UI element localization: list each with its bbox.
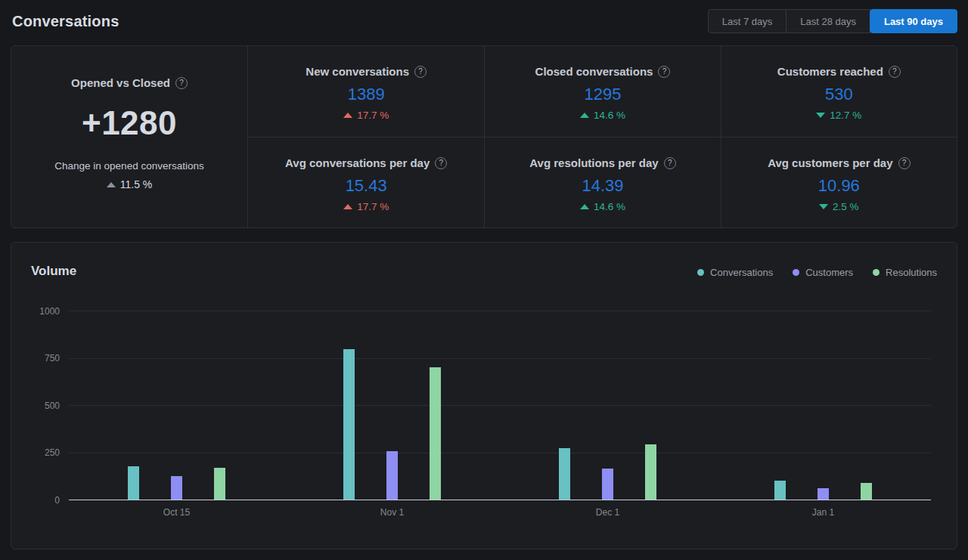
card-label: Avg conversations per day bbox=[285, 156, 430, 169]
legend-dot-icon bbox=[697, 269, 704, 276]
legend-dot-icon bbox=[873, 269, 880, 276]
help-icon[interactable]: ? bbox=[435, 157, 447, 169]
delta-down-icon bbox=[819, 204, 828, 209]
bar-group-nov-1: Nov 1 bbox=[284, 311, 500, 500]
bar-conversations-dec-1[interactable] bbox=[559, 448, 570, 501]
card-label: Avg customers per day bbox=[768, 156, 892, 169]
delta-up-icon bbox=[343, 113, 352, 118]
stat-card-avg-resolutions-per-day: Avg resolutions per day ? 14.39 14.6 % bbox=[484, 137, 720, 227]
legend-item-resolutions[interactable]: Resolutions bbox=[873, 267, 937, 278]
page-header: Conversations Last 7 days Last 28 days L… bbox=[0, 0, 968, 35]
help-icon[interactable]: ? bbox=[664, 157, 676, 169]
bar-customers-oct-15[interactable] bbox=[171, 476, 182, 500]
bar-group-oct-15: Oct 15 bbox=[69, 311, 284, 500]
bar-chart: 02505007501000Oct 15Nov 1Dec 1Jan 1 bbox=[69, 311, 931, 500]
stat-delta: 12.7 % bbox=[816, 110, 861, 121]
bar-resolutions-dec-1[interactable] bbox=[645, 444, 656, 501]
stat-delta: 17.7 % bbox=[343, 110, 389, 121]
stat-delta: 17.7 % bbox=[343, 201, 389, 212]
y-tick-label: 1000 bbox=[39, 306, 60, 317]
stat-card-closed-conversations: Closed conversations ? 1295 14.6 % bbox=[484, 46, 720, 137]
delta-up-icon bbox=[580, 204, 589, 209]
chart-legend: ConversationsCustomersResolutions bbox=[697, 267, 937, 279]
delta-up-icon bbox=[343, 204, 352, 209]
card-label: New conversations bbox=[306, 65, 409, 78]
y-tick-label: 500 bbox=[45, 401, 60, 411]
legend-label: Resolutions bbox=[886, 267, 937, 278]
stat-delta: 14.6 % bbox=[580, 201, 625, 212]
delta-value: 17.7 % bbox=[357, 110, 389, 121]
chart-title: Volume bbox=[31, 264, 76, 279]
stat-value: 1295 bbox=[585, 85, 622, 104]
summary-panel: Opened vs Closed ? +1280 Change in opene… bbox=[11, 45, 957, 228]
headline-description: Change in opened conversations bbox=[54, 160, 203, 172]
bar-conversations-oct-15[interactable] bbox=[128, 466, 139, 501]
time-range-last-28-days[interactable]: Last 28 days bbox=[786, 9, 870, 33]
stat-value: 530 bbox=[825, 85, 853, 104]
delta-value: 2.5 % bbox=[833, 201, 859, 212]
y-tick-label: 0 bbox=[54, 495, 60, 506]
bar-group-dec-1: Dec 1 bbox=[500, 311, 715, 500]
help-icon[interactable]: ? bbox=[898, 157, 911, 169]
y-tick-label: 750 bbox=[45, 353, 60, 364]
stat-delta: 2.5 % bbox=[819, 201, 859, 212]
bar-resolutions-jan-1[interactable] bbox=[861, 483, 872, 500]
bar-conversations-nov-1[interactable] bbox=[343, 349, 355, 501]
help-icon[interactable]: ? bbox=[414, 66, 427, 78]
opened-vs-closed-card: Opened vs Closed ? +1280 Change in opene… bbox=[11, 46, 248, 227]
help-icon[interactable]: ? bbox=[175, 77, 188, 89]
help-icon[interactable]: ? bbox=[889, 66, 901, 78]
time-range-last-7-days[interactable]: Last 7 days bbox=[708, 9, 787, 33]
headline-value: +1280 bbox=[82, 104, 177, 142]
x-tick-label: Nov 1 bbox=[284, 507, 500, 518]
stat-value: 1389 bbox=[348, 85, 385, 104]
delta-value: 12.7 % bbox=[830, 110, 861, 121]
stats-grid: New conversations ? 1389 17.7 % Closed c… bbox=[248, 46, 957, 227]
y-tick-label: 250 bbox=[45, 447, 60, 458]
stat-card-avg-conversations-per-day: Avg conversations per day ? 15.43 17.7 % bbox=[248, 137, 484, 227]
legend-label: Conversations bbox=[710, 267, 773, 278]
delta-value: 14.6 % bbox=[594, 201, 625, 212]
legend-item-customers[interactable]: Customers bbox=[793, 267, 853, 278]
volume-panel: Volume ConversationsCustomersResolutions… bbox=[11, 242, 957, 549]
headline-delta: 11.5 % bbox=[107, 178, 153, 190]
delta-up-icon bbox=[580, 113, 589, 118]
x-axis-line: 0 bbox=[69, 500, 931, 500]
stat-delta: 14.6 % bbox=[580, 110, 625, 121]
stat-value: 14.39 bbox=[582, 176, 623, 196]
legend-dot-icon bbox=[793, 269, 799, 276]
delta-value: 14.6 % bbox=[594, 110, 625, 121]
x-tick-label: Oct 15 bbox=[69, 507, 284, 518]
x-tick-label: Jan 1 bbox=[715, 507, 931, 518]
bar-resolutions-nov-1[interactable] bbox=[430, 367, 441, 500]
delta-value: 17.7 % bbox=[357, 201, 389, 212]
card-label: Avg resolutions per day bbox=[529, 156, 658, 169]
delta-down-icon bbox=[816, 113, 825, 118]
legend-label: Customers bbox=[805, 267, 853, 278]
delta-up-icon bbox=[107, 182, 116, 187]
bar-customers-dec-1[interactable] bbox=[602, 469, 613, 500]
stat-card-customers-reached: Customers reached ? 530 12.7 % bbox=[721, 46, 957, 137]
bar-customers-nov-1[interactable] bbox=[386, 451, 398, 501]
stat-card-avg-customers-per-day: Avg customers per day ? 10.96 2.5 % bbox=[721, 137, 957, 227]
delta-value: 11.5 % bbox=[120, 178, 153, 190]
bar-conversations-jan-1[interactable] bbox=[774, 481, 786, 500]
stat-value: 10.96 bbox=[818, 176, 860, 196]
card-label: Closed conversations bbox=[535, 65, 653, 78]
bar-resolutions-oct-15[interactable] bbox=[214, 468, 225, 500]
page-title: Conversations bbox=[12, 13, 119, 30]
time-range-selector: Last 7 days Last 28 days Last 90 days bbox=[708, 9, 957, 33]
bar-customers-jan-1[interactable] bbox=[818, 488, 829, 500]
time-range-last-90-days[interactable]: Last 90 days bbox=[870, 9, 957, 33]
stat-card-new-conversations: New conversations ? 1389 17.7 % bbox=[248, 46, 484, 137]
help-icon[interactable]: ? bbox=[658, 66, 670, 78]
stat-value: 15.43 bbox=[346, 176, 387, 196]
bar-group-jan-1: Jan 1 bbox=[715, 311, 931, 500]
card-label: Customers reached bbox=[777, 65, 883, 78]
card-label: Opened vs Closed bbox=[71, 76, 170, 89]
legend-item-conversations[interactable]: Conversations bbox=[697, 267, 773, 278]
x-tick-label: Dec 1 bbox=[500, 507, 715, 518]
